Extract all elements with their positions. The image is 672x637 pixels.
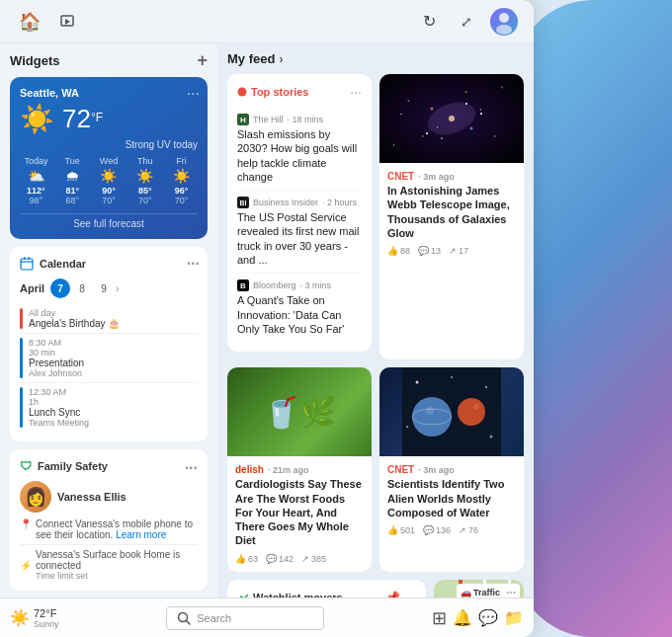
calendar-day-7[interactable]: 7 bbox=[50, 279, 70, 298]
story-source: H The Hill · 18 mins bbox=[237, 114, 362, 125]
event-title: Angela's Birthday 🎂 bbox=[29, 318, 120, 329]
news-card-actions: 👍 88 💬 13 ↗ 17 bbox=[387, 246, 516, 256]
story-time: · 18 mins bbox=[288, 115, 324, 124]
story-item[interactable]: H The Hill · 18 mins Slash emissions by … bbox=[237, 108, 362, 191]
family-safety-menu-button[interactable]: ··· bbox=[185, 459, 198, 477]
activity-icon: ⚡ bbox=[20, 560, 32, 571]
svg-point-26 bbox=[490, 436, 493, 438]
cardiologist-time: · 21m ago bbox=[268, 465, 309, 475]
feed-header[interactable]: My feed › bbox=[227, 51, 524, 66]
learn-more-link[interactable]: Learn more bbox=[116, 529, 166, 540]
calendar-month: April bbox=[20, 282, 44, 294]
story-title[interactable]: The US Postal Service revealed its first… bbox=[237, 210, 362, 267]
refresh-button[interactable]: ↻ bbox=[415, 8, 443, 36]
svg-rect-4 bbox=[21, 259, 33, 270]
traffic-card[interactable]: 🚗 Traffic ··· WA-99, Seattle Moderate tr… bbox=[434, 580, 524, 597]
user-avatar[interactable] bbox=[490, 8, 518, 36]
calendar-day-8[interactable]: 8 bbox=[72, 279, 92, 298]
event-time: 8:30 AM30 min bbox=[29, 338, 84, 358]
watchlist-pin-button[interactable]: 📌 bbox=[385, 591, 400, 597]
search-icon bbox=[177, 611, 191, 625]
calendar-nav: April 7 8 9 › bbox=[20, 279, 198, 298]
calendar-event-birthday: All day Angela's Birthday 🎂 bbox=[20, 304, 198, 334]
like-button[interactable]: 👍 88 bbox=[387, 246, 410, 256]
scientists-title: Scientists Identify Two Alien Worlds Mos… bbox=[387, 477, 516, 519]
weather-unit: °F bbox=[91, 111, 103, 124]
planet-image bbox=[379, 367, 524, 456]
scientists-actions: 👍 501 💬 136 ↗ 76 bbox=[387, 525, 516, 535]
share-button[interactable]: ↗ 17 bbox=[449, 246, 468, 256]
home-button[interactable]: 🏠 bbox=[16, 8, 43, 36]
calendar-event-lunch: 12:30 AM1h Lunch Sync Teams Meeting bbox=[20, 383, 198, 432]
add-widget-button[interactable]: + bbox=[197, 51, 208, 69]
widgets-panel: 🏠 ↻ ⤢ Widgets + ··· Seattle, WA bbox=[0, 0, 534, 637]
taskbar-widgets-icon[interactable]: ⊞ bbox=[432, 607, 447, 629]
feed-title: My feed bbox=[227, 51, 275, 66]
taskbar-right: ⊞ 🔔 💬 📁 bbox=[432, 607, 524, 629]
taskbar-chat-icon[interactable]: 💬 bbox=[478, 608, 498, 627]
cardiologist-card[interactable]: 🥤🌿 delish · 21m ago Cardiologists Say Th… bbox=[227, 367, 372, 571]
taskbar-search[interactable]: Search bbox=[166, 606, 324, 630]
taskbar-weather-desc: Sunny bbox=[34, 619, 59, 629]
event-time: 12:30 AM1h bbox=[29, 387, 89, 407]
share-button[interactable]: ↗ 76 bbox=[459, 525, 478, 535]
share-button[interactable]: ↗ 385 bbox=[301, 554, 326, 564]
forecast-today: Today ⛅ 112° 98° bbox=[20, 156, 52, 205]
story-title[interactable]: A Quant's Take on Innovation: 'Data Can … bbox=[237, 293, 362, 336]
widgets-label: Widgets bbox=[10, 53, 59, 68]
calendar-chevron[interactable]: › bbox=[116, 283, 119, 294]
taskbar-notification-icon[interactable]: 🔔 bbox=[453, 608, 472, 627]
story-title[interactable]: Slash emissions by 2030? How big goals w… bbox=[237, 127, 362, 184]
taskbar-weather[interactable]: ☀️ 72°F Sunny bbox=[10, 607, 59, 629]
scientists-card[interactable]: CNET · 3m ago Scientists Identify Two Al… bbox=[379, 367, 524, 571]
like-button[interactable]: 👍 63 bbox=[235, 554, 258, 564]
calendar-menu-button[interactable]: ··· bbox=[187, 255, 200, 273]
svg-marker-1 bbox=[65, 19, 70, 25]
delish-label: delish bbox=[235, 464, 264, 475]
watchlist-menu-button[interactable]: ··· bbox=[404, 590, 416, 597]
story-item[interactable]: BI Business Insider · 2 hours The US Pos… bbox=[237, 191, 362, 274]
weather-forecast: Today ⛅ 112° 98° Tue 🌧 81° 68° Wed ☀️ bbox=[20, 156, 198, 205]
scientists-time: · 3m ago bbox=[418, 465, 455, 475]
taskbar: ☀️ 72°F Sunny Search ⊞ 🔔 💬 📁 bbox=[0, 597, 534, 637]
forecast-day-low: 70° bbox=[165, 196, 198, 205]
top-stories-label: Top stories bbox=[237, 86, 308, 98]
family-member-info: Vanessa Ellis bbox=[57, 491, 126, 503]
svg-point-8 bbox=[238, 88, 247, 97]
media-button[interactable] bbox=[53, 8, 81, 36]
event-title: Presentation bbox=[29, 358, 84, 368]
james-webb-card[interactable]: CNET · 3m ago In Astonishing James Webb … bbox=[379, 74, 524, 359]
forecast-day-label: Wed bbox=[93, 156, 126, 166]
forecast-day-low: 70° bbox=[128, 196, 161, 205]
cardiologist-actions: 👍 63 💬 142 ↗ 385 bbox=[235, 554, 364, 564]
story-item[interactable]: B Bloomberg · 3 mins A Quant's Take on I… bbox=[237, 274, 362, 342]
family-safety-icon: 🛡 bbox=[20, 459, 32, 473]
taskbar-weather-icon: ☀️ bbox=[10, 608, 30, 627]
traffic-menu-button[interactable]: ··· bbox=[506, 586, 516, 597]
watchlist-header: Watchlist movers 📌 ··· bbox=[237, 590, 416, 597]
expand-button[interactable]: ⤢ bbox=[453, 8, 480, 36]
james-webb-image bbox=[379, 74, 524, 163]
like-button[interactable]: 👍 501 bbox=[387, 525, 415, 535]
story-time: · 3 mins bbox=[300, 280, 332, 290]
weather-temperature: 72 bbox=[62, 104, 91, 133]
comment-button[interactable]: 💬 13 bbox=[418, 246, 441, 256]
svg-point-27 bbox=[406, 426, 408, 428]
taskbar-folder-icon[interactable]: 📁 bbox=[504, 608, 524, 627]
see-full-forecast-link[interactable]: See full forecast bbox=[20, 218, 198, 229]
calendar-day-9[interactable]: 9 bbox=[94, 279, 114, 298]
svg-point-18 bbox=[412, 397, 452, 437]
stories-menu-button[interactable]: ··· bbox=[350, 84, 362, 100]
cardiologist-source: delish · 21m ago bbox=[235, 464, 364, 475]
cardiologist-card-body: delish · 21m ago Cardiologists Say These… bbox=[227, 456, 372, 571]
svg-point-2 bbox=[499, 13, 509, 23]
family-member-name: Vanessa Ellis bbox=[57, 491, 126, 503]
top-stories-icon bbox=[237, 87, 247, 97]
comment-button[interactable]: 💬 142 bbox=[266, 554, 294, 564]
weather-menu-button[interactable]: ··· bbox=[187, 85, 200, 103]
family-status-sub: Time limit set bbox=[36, 571, 198, 581]
svg-point-21 bbox=[458, 398, 485, 426]
comment-button[interactable]: 💬 136 bbox=[423, 525, 451, 535]
source-icon: H bbox=[237, 114, 249, 125]
family-device-status: ⚡ Vanessa's Surface book Home is connect… bbox=[20, 549, 198, 581]
